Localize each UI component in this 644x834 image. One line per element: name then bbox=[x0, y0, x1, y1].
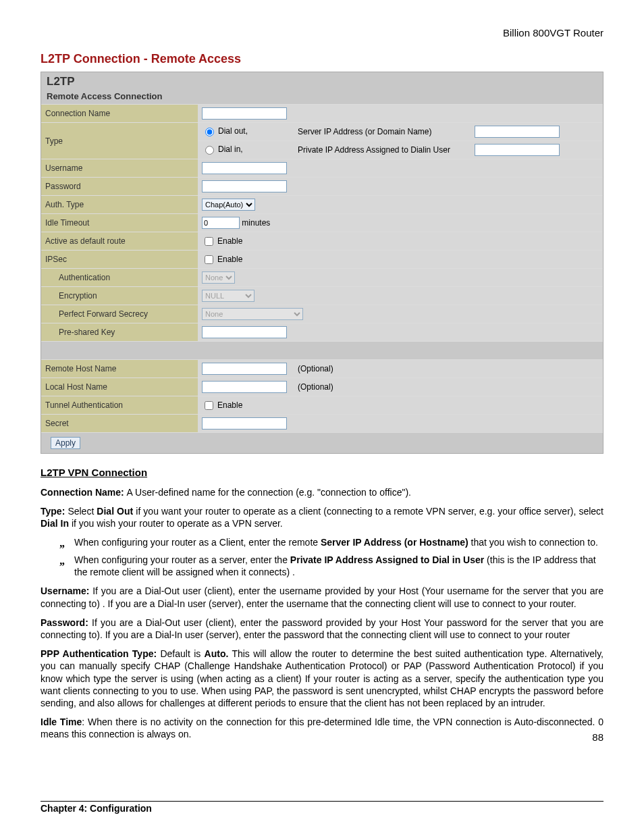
encryption-select: NULL bbox=[202, 290, 254, 302]
dial-in-radio[interactable]: Dial in, bbox=[202, 144, 243, 155]
dial-out-radio[interactable]: Dial out, bbox=[202, 126, 248, 136]
l2tp-panel: L2TP Remote Access Connection Connection… bbox=[41, 72, 603, 454]
doc-type: Type: Select Dial Out if you want your r… bbox=[41, 505, 603, 529]
footer-chapter: Chapter 4: Configuration bbox=[41, 803, 152, 814]
label-default-route: Active as default route bbox=[41, 232, 198, 251]
doc-connection-name: Connection Name: A User-defined name for… bbox=[41, 486, 603, 498]
label-authentication: Authentication bbox=[41, 269, 198, 287]
secret-input[interactable] bbox=[202, 417, 287, 429]
label-username: Username bbox=[41, 159, 198, 178]
page-number: 88 bbox=[41, 731, 603, 743]
label-ipsec: IPSec bbox=[41, 251, 198, 269]
doc-bullet-2: “ When configuring your router as a serv… bbox=[59, 554, 603, 578]
product-header: Billion 800VGT Router bbox=[41, 27, 603, 38]
auth-type-select[interactable]: Chap(Auto) bbox=[202, 199, 255, 211]
doc-section-head: L2TP VPN Connection bbox=[41, 466, 603, 479]
pfs-select: None bbox=[202, 308, 303, 320]
label-encryption: Encryption bbox=[41, 287, 198, 305]
psk-input[interactable] bbox=[202, 326, 287, 338]
default-route-checkbox[interactable]: Enable bbox=[202, 235, 242, 248]
ipsec-checkbox[interactable]: Enable bbox=[202, 253, 242, 266]
label-local-host: Local Host Name bbox=[41, 378, 198, 396]
doc-bullet-1: “ When configuring your router as a Clie… bbox=[59, 536, 603, 550]
idle-timeout-input[interactable] bbox=[202, 217, 240, 229]
label-auth-type: Auth. Type bbox=[41, 196, 198, 214]
doc-section: L2TP VPN Connection Connection Name: A U… bbox=[41, 466, 603, 741]
label-idle-timeout: Idle Timeout bbox=[41, 214, 198, 232]
dial-in-desc: Private IP Address Assigned to Dialin Us… bbox=[294, 141, 471, 159]
page-title: L2TP Connection - Remote Access bbox=[41, 52, 603, 66]
panel-title: L2TP bbox=[41, 72, 603, 90]
label-connection-name: Connection Name bbox=[41, 105, 198, 123]
page-footer: Chapter 4: Configuration bbox=[41, 801, 603, 814]
panel-subtitle: Remote Access Connection bbox=[41, 90, 603, 104]
doc-username: Username: If you are a Dial-Out user (cl… bbox=[41, 585, 603, 609]
doc-password: Password: If you are a Dial-Out user (cl… bbox=[41, 617, 603, 641]
minutes-label: minutes bbox=[242, 218, 270, 228]
label-remote-host: Remote Host Name bbox=[41, 360, 198, 378]
quote-bullet-icon: “ bbox=[59, 556, 65, 567]
apply-button[interactable]: Apply bbox=[51, 437, 80, 449]
local-host-optional: (Optional) bbox=[294, 378, 603, 396]
local-host-input[interactable] bbox=[202, 381, 287, 393]
label-pfs: Perfect Forward Secrecy bbox=[41, 305, 198, 323]
username-input[interactable] bbox=[202, 162, 287, 174]
label-password: Password bbox=[41, 178, 198, 196]
connection-name-input[interactable] bbox=[202, 107, 287, 120]
label-secret: Secret bbox=[41, 415, 198, 433]
password-input[interactable] bbox=[202, 180, 287, 192]
server-ip-input[interactable] bbox=[475, 126, 560, 138]
private-ip-input[interactable] bbox=[475, 144, 560, 156]
config-table: Connection Name Type Dial out, Server IP… bbox=[41, 104, 603, 453]
doc-ppp-auth: PPP Authentication Type: Default is Auto… bbox=[41, 648, 603, 709]
dial-out-desc: Server IP Address (or Domain Name) bbox=[294, 123, 471, 141]
label-type: Type bbox=[41, 123, 198, 159]
label-tunnel-auth: Tunnel Authentication bbox=[41, 396, 198, 415]
label-psk: Pre-shared Key bbox=[41, 323, 198, 342]
remote-host-input[interactable] bbox=[202, 363, 287, 375]
authentication-select: None bbox=[202, 271, 235, 284]
tunnel-auth-checkbox[interactable]: Enable bbox=[202, 399, 242, 412]
remote-host-optional: (Optional) bbox=[294, 360, 603, 378]
quote-bullet-icon: “ bbox=[59, 539, 65, 550]
